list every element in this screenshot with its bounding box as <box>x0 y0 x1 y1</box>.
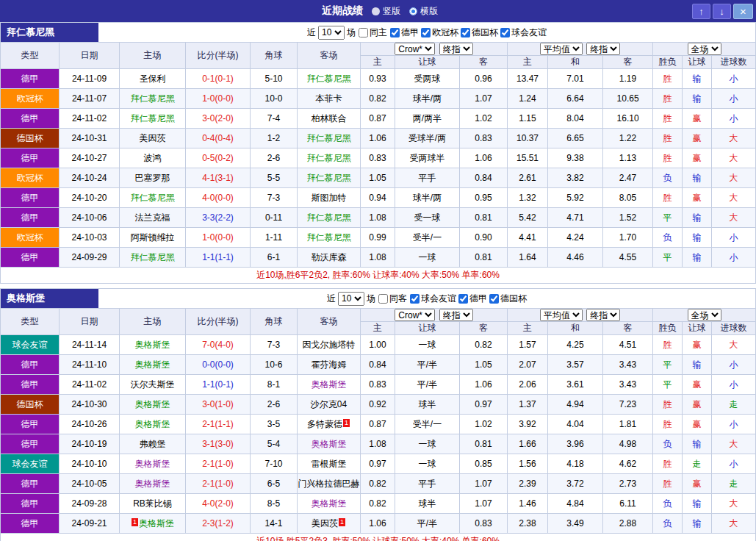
home-team-cell[interactable]: 奥格斯堡 <box>120 474 186 494</box>
league-filter[interactable]: 球会友谊 <box>500 26 547 39</box>
away-team-cell[interactable]: 拜仁慕尼黑 <box>298 208 361 228</box>
col-header-score: 比分(半场) <box>186 309 251 335</box>
horizontal-layout-radio[interactable]: 横版 <box>409 5 438 18</box>
away-team-cell[interactable]: 因戈尔施塔特 <box>298 335 361 355</box>
home-team-cell[interactable]: 波鸿 <box>120 148 186 168</box>
sub-header-result: 胜负 <box>653 56 683 69</box>
same-venue-filter[interactable]: 同客 <box>378 293 407 305</box>
same-venue-filter[interactable]: 同主 <box>358 26 387 39</box>
league-checkbox[interactable] <box>489 294 499 304</box>
match-count-select[interactable]: 10 <box>318 26 345 40</box>
home-team-cell[interactable]: 圣保利 <box>120 69 186 89</box>
home-team-cell[interactable]: 拜仁慕尼黑 <box>120 188 186 208</box>
scroll-down-button[interactable]: ↓ <box>713 4 731 19</box>
scroll-up-button[interactable]: ↑ <box>692 4 710 19</box>
league-checkbox[interactable] <box>461 28 470 37</box>
league-filter[interactable]: 德国杯 <box>460 26 498 39</box>
home-team-cell[interactable]: 弗赖堡 <box>120 434 186 454</box>
away-team-cell[interactable]: 柏林联合 <box>298 109 361 129</box>
score-cell: 3-0(2-0) <box>186 109 251 129</box>
odds-company-select[interactable]: Crow* <box>395 43 435 55</box>
away-team-cell[interactable]: 拜仁慕尼黑 <box>298 129 361 148</box>
home-team-cell[interactable]: 巴塞罗那 <box>120 168 186 188</box>
date-cell: 24-11-14 <box>60 335 120 355</box>
same-venue-checkbox[interactable] <box>359 28 368 37</box>
home-team-cell[interactable]: 奥格斯堡 <box>120 395 186 415</box>
league-filter[interactable]: 德国杯 <box>489 293 527 305</box>
home-team-cell[interactable]: 奥格斯堡 <box>120 454 186 474</box>
close-button[interactable]: × <box>733 4 753 19</box>
matches-table: 类型 日期 主场 比分(半场) 角球 客场 Crow* 终指 平均值 终指 <box>0 42 756 284</box>
odds-period-select[interactable]: 终指 <box>439 309 473 321</box>
avg-draw-cell: 4.24 <box>548 228 603 248</box>
away-team-cell[interactable]: 奥格斯堡 <box>298 375 361 395</box>
home-team-cell[interactable]: 沃尔夫斯堡 <box>120 375 186 395</box>
home-team-cell[interactable]: RB莱比锡 <box>120 494 186 514</box>
away-team-cell[interactable]: 拜仁慕尼黑 <box>298 168 361 188</box>
league-checkbox[interactable] <box>458 294 468 304</box>
away-team-cell[interactable]: 霍芬海姆 <box>298 355 361 375</box>
goals-result-cell: 小 <box>712 248 756 268</box>
corner-cell: 7-4 <box>251 109 298 129</box>
match-row: 球会友谊24-10-10奥格斯堡2-1(1-0)7-10雷根斯堡0.97一球0.… <box>1 454 756 474</box>
home-team-cell[interactable]: 奥格斯堡 <box>120 415 186 434</box>
away-team-cell[interactable]: 奥格斯堡 <box>298 434 361 454</box>
average-company-select[interactable]: 平均值 <box>540 309 583 321</box>
away-team-cell[interactable]: 多特蒙德1 <box>298 415 361 434</box>
col-header-home: 主场 <box>120 309 186 335</box>
corner-cell: 2-6 <box>251 395 298 415</box>
league-type-cell: 德甲 <box>1 494 60 514</box>
home-team-cell[interactable]: 1奥格斯堡 <box>120 514 186 534</box>
avg-away-cell: 1.81 <box>603 415 653 434</box>
average-period-select[interactable]: 终指 <box>586 43 620 55</box>
away-team-cell[interactable]: 门兴格拉德巴赫 <box>298 474 361 494</box>
col-header-away: 客场 <box>298 309 361 335</box>
fullmatch-scope-select[interactable]: 全场 <box>688 309 721 321</box>
away-team-cell[interactable]: 拜仁慕尼黑 <box>298 228 361 248</box>
avg-draw-cell: 9.38 <box>548 148 603 168</box>
score-cell: 1-0(0-0) <box>186 228 251 248</box>
home-team-cell[interactable]: 法兰克福 <box>120 208 186 228</box>
league-checkbox[interactable] <box>500 28 510 37</box>
home-team-cell[interactable]: 拜仁慕尼黑 <box>120 248 186 268</box>
league-checkbox[interactable] <box>390 28 400 37</box>
league-filter[interactable]: 德甲 <box>458 293 487 305</box>
league-label: 球会友谊 <box>421 293 456 305</box>
league-filter[interactable]: 欧冠杯 <box>420 26 458 39</box>
result-cell: 胜 <box>653 148 683 168</box>
away-team-cell[interactable]: 沙尔克04 <box>298 395 361 415</box>
league-checkbox[interactable] <box>410 294 420 304</box>
odds-away-cell: 1.05 <box>460 355 508 375</box>
home-team-cell[interactable]: 奥格斯堡 <box>120 335 186 355</box>
home-team-cell[interactable]: 拜仁慕尼黑 <box>120 109 186 129</box>
red-card-badge: 1 <box>339 518 345 526</box>
home-team-cell[interactable]: 拜仁慕尼黑 <box>120 89 186 109</box>
away-team-cell[interactable]: 美因茨1 <box>298 514 361 534</box>
match-count-select[interactable]: 10 <box>338 292 364 306</box>
home-team-cell[interactable]: 美因茨 <box>120 129 186 148</box>
handicap-cell: 受两球 <box>395 69 460 89</box>
away-team-cell[interactable]: 拜仁慕尼黑 <box>298 148 361 168</box>
odds-period-select[interactable]: 终指 <box>439 43 473 55</box>
away-team-cell[interactable]: 奥格斯堡 <box>298 494 361 514</box>
col-header-corner: 角球 <box>251 309 298 335</box>
vertical-layout-radio[interactable]: 竖版 <box>372 5 400 18</box>
date-cell: 24-10-03 <box>60 228 120 248</box>
same-venue-checkbox[interactable] <box>378 294 388 304</box>
away-team-cell[interactable]: 雷根斯堡 <box>298 454 361 474</box>
home-team-cell[interactable]: 奥格斯堡 <box>120 355 186 375</box>
corner-cell: 8-1 <box>251 375 298 395</box>
fullmatch-scope-select[interactable]: 全场 <box>688 43 721 55</box>
away-team-cell[interactable]: 本菲卡 <box>298 89 361 109</box>
home-team-cell[interactable]: 阿斯顿维拉 <box>120 228 186 248</box>
odds-company-select[interactable]: Crow* <box>395 309 435 321</box>
average-period-select[interactable]: 终指 <box>586 309 620 321</box>
league-checkbox[interactable] <box>421 28 431 37</box>
away-team-cell[interactable]: 斯图加特 <box>298 188 361 208</box>
average-company-select[interactable]: 平均值 <box>540 43 583 55</box>
away-team-cell[interactable]: 拜仁慕尼黑 <box>298 69 361 89</box>
league-filter[interactable]: 德甲 <box>389 26 419 39</box>
away-team-cell[interactable]: 勒沃库森 <box>298 248 361 268</box>
handicap-result-cell: 输 <box>683 168 712 188</box>
league-filter[interactable]: 球会友谊 <box>409 293 456 305</box>
